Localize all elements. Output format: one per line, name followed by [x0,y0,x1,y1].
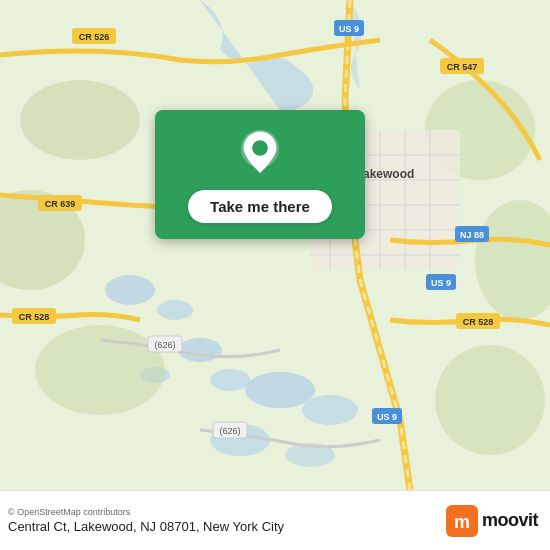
svg-point-10 [20,80,140,160]
map-container: CR 526 US 9 CR 547 CR 639 US 9 Lakewood … [0,0,550,490]
svg-point-7 [302,395,358,425]
svg-text:CR 639: CR 639 [45,199,76,209]
svg-text:(626): (626) [154,340,175,350]
location-label: Central Ct, Lakewood, NJ 08701, New York… [8,519,284,534]
osm-attribution: © OpenStreetMap contributors [8,507,284,517]
svg-text:CR 528: CR 528 [463,317,494,327]
svg-point-5 [210,369,250,391]
svg-text:NJ 88: NJ 88 [460,230,484,240]
svg-point-6 [245,372,315,408]
svg-text:CR 528: CR 528 [19,312,50,322]
svg-point-1 [105,275,155,305]
svg-point-12 [35,325,165,415]
svg-text:CR 526: CR 526 [79,32,110,42]
svg-text:(626): (626) [219,426,240,436]
moovit-logo: m moovit [446,505,538,537]
svg-point-15 [435,345,545,455]
map-pin-icon [234,128,286,180]
moovit-icon: m [446,505,478,537]
moovit-wordmark: moovit [482,510,538,531]
svg-point-53 [252,140,268,156]
svg-text:US 9: US 9 [339,24,359,34]
svg-point-3 [178,338,222,362]
bottom-left-info: © OpenStreetMap contributors Central Ct,… [8,507,284,534]
bottom-bar: © OpenStreetMap contributors Central Ct,… [0,490,550,550]
svg-text:US 9: US 9 [377,412,397,422]
take-me-there-button[interactable]: Take me there [188,190,332,223]
svg-text:CR 547: CR 547 [447,62,478,72]
location-card: Take me there [155,110,365,239]
svg-point-2 [157,300,193,320]
svg-text:m: m [454,512,470,532]
svg-text:US 9: US 9 [431,278,451,288]
